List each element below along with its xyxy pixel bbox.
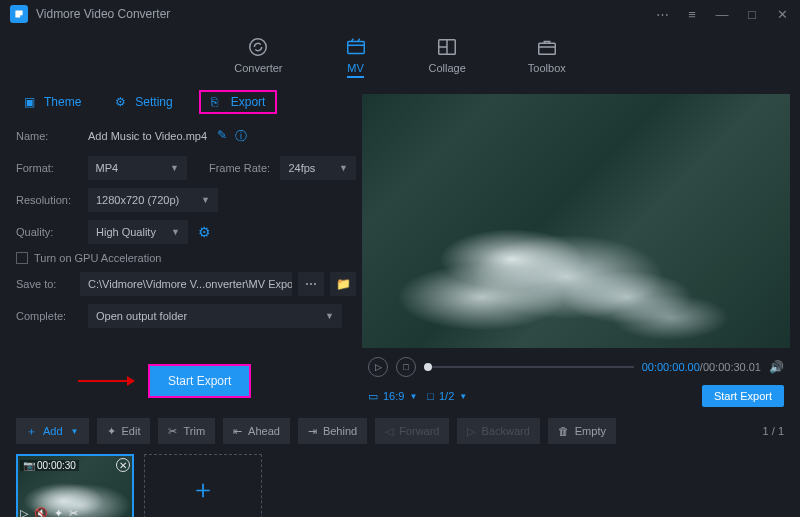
clip-effects-icon[interactable]: ✦ bbox=[54, 507, 63, 517]
feedback-icon[interactable]: ⋯ bbox=[654, 6, 670, 22]
menu-icon[interactable]: ≡ bbox=[684, 6, 700, 22]
setting-icon: ⚙ bbox=[115, 95, 129, 109]
complete-label: Complete: bbox=[16, 310, 88, 322]
add-label: Add bbox=[43, 425, 63, 437]
open-folder-icon[interactable]: 📁 bbox=[330, 272, 356, 296]
time-total: 00:00:30.01 bbox=[703, 361, 761, 373]
stop-button[interactable]: □ bbox=[396, 357, 416, 377]
chevron-down-icon: ▼ bbox=[459, 392, 467, 401]
chevron-down-icon: ▼ bbox=[170, 163, 179, 173]
time-current: 00:00:00.00 bbox=[642, 361, 700, 373]
format-select[interactable]: MP4▼ bbox=[88, 156, 187, 180]
start-export-button-right[interactable]: Start Export bbox=[702, 385, 784, 407]
seek-slider[interactable] bbox=[424, 366, 634, 368]
chevron-down-icon: ▼ bbox=[171, 227, 180, 237]
forward-label: Forward bbox=[399, 425, 439, 437]
chevron-down-icon: ▼ bbox=[71, 427, 79, 436]
window-controls: ⋯ ≡ — □ ✕ bbox=[654, 6, 790, 22]
mv-icon bbox=[345, 36, 367, 58]
svg-rect-3 bbox=[539, 43, 556, 54]
chevron-down-icon: ▼ bbox=[339, 163, 348, 173]
saveto-label: Save to: bbox=[16, 278, 80, 290]
main-nav: Converter MV Collage Toolbox bbox=[0, 28, 800, 88]
close-icon[interactable]: ✕ bbox=[774, 6, 790, 22]
ahead-button[interactable]: ⇤Ahead bbox=[223, 418, 290, 444]
video-preview[interactable] bbox=[362, 94, 790, 348]
add-button[interactable]: ＋Add▼ bbox=[16, 418, 89, 444]
framerate-value: 24fps bbox=[288, 162, 315, 174]
clip-trim-icon[interactable]: ✂ bbox=[69, 507, 78, 517]
nav-toolbox[interactable]: Toolbox bbox=[522, 34, 572, 80]
empty-button[interactable]: 🗑Empty bbox=[548, 418, 616, 444]
toolbox-icon bbox=[536, 36, 558, 58]
chevron-down-icon: ▼ bbox=[325, 311, 334, 321]
nav-mv-label: MV bbox=[347, 62, 364, 78]
clip-thumbnail[interactable]: 📷 00:00:30 ✕ ▷ 🔇 ✦ ✂ bbox=[16, 454, 134, 517]
clip-mute-icon[interactable]: 🔇 bbox=[34, 507, 48, 517]
forward-icon: ◁ bbox=[385, 425, 393, 438]
playbar: ▷ □ 00:00:00.00/00:00:30.01 🔊 bbox=[362, 352, 790, 382]
minimize-icon[interactable]: — bbox=[714, 6, 730, 22]
ahead-icon: ⇤ bbox=[233, 425, 242, 438]
resolution-select[interactable]: 1280x720 (720p)▼ bbox=[88, 188, 218, 212]
quality-value: High Quality bbox=[96, 226, 156, 238]
framerate-select[interactable]: 24fps▼ bbox=[280, 156, 356, 180]
saveto-path[interactable]: C:\Vidmore\Vidmore V...onverter\MV Expor… bbox=[80, 272, 292, 296]
tab-theme[interactable]: ▣Theme bbox=[16, 91, 89, 113]
zoom-value: 1/2 bbox=[439, 390, 454, 402]
svg-point-0 bbox=[250, 39, 267, 56]
behind-icon: ⇥ bbox=[308, 425, 317, 438]
complete-select[interactable]: Open output folder▼ bbox=[88, 304, 342, 328]
nav-converter[interactable]: Converter bbox=[228, 34, 288, 80]
chevron-down-icon: ▼ bbox=[201, 195, 210, 205]
forward-button[interactable]: ◁Forward bbox=[375, 418, 449, 444]
theme-icon: ▣ bbox=[24, 95, 38, 109]
volume-icon[interactable]: 🔊 bbox=[769, 360, 784, 374]
rename-icon[interactable]: ✎ bbox=[217, 128, 227, 145]
remove-clip-icon[interactable]: ✕ bbox=[116, 458, 130, 472]
quality-select[interactable]: High Quality▼ bbox=[88, 220, 188, 244]
clip-duration: 📷 00:00:30 bbox=[20, 460, 79, 471]
name-label: Name: bbox=[16, 130, 88, 142]
aspect-select[interactable]: ▭16:9▼ bbox=[368, 390, 417, 403]
backward-button[interactable]: ▷Backward bbox=[457, 418, 539, 444]
tab-theme-label: Theme bbox=[44, 95, 81, 109]
gpu-checkbox[interactable]: Turn on GPU Acceleration bbox=[16, 252, 356, 264]
resolution-label: Resolution: bbox=[16, 194, 88, 206]
play-button[interactable]: ▷ bbox=[368, 357, 388, 377]
nav-toolbox-label: Toolbox bbox=[528, 62, 566, 74]
nav-mv[interactable]: MV bbox=[339, 34, 373, 80]
behind-button[interactable]: ⇥Behind bbox=[298, 418, 367, 444]
format-label: Format: bbox=[16, 162, 88, 174]
tab-setting-label: Setting bbox=[135, 95, 172, 109]
page-indicator: 1 / 1 bbox=[763, 425, 784, 437]
clip-play-icon[interactable]: ▷ bbox=[20, 507, 28, 517]
tab-setting[interactable]: ⚙Setting bbox=[107, 91, 180, 113]
timeline-panel: ＋Add▼ ✦Edit ✂Trim ⇤Ahead ⇥Behind ◁Forwar… bbox=[0, 410, 800, 517]
tab-export[interactable]: ⎘Export bbox=[199, 90, 278, 114]
trim-label: Trim bbox=[183, 425, 205, 437]
nav-collage[interactable]: Collage bbox=[423, 34, 472, 80]
add-clip-button[interactable]: ＋ bbox=[144, 454, 262, 517]
plus-icon: ＋ bbox=[26, 424, 37, 439]
export-panel: ▣Theme ⚙Setting ⎘Export Name: Add Music … bbox=[0, 88, 356, 410]
edit-button[interactable]: ✦Edit bbox=[97, 418, 151, 444]
quality-settings-icon[interactable]: ⚙ bbox=[198, 224, 211, 240]
trim-button[interactable]: ✂Trim bbox=[158, 418, 215, 444]
nav-converter-label: Converter bbox=[234, 62, 282, 74]
browse-button[interactable]: ⋯ bbox=[298, 272, 324, 296]
edit-icon: ✦ bbox=[107, 425, 116, 438]
maximize-icon[interactable]: □ bbox=[744, 6, 760, 22]
arrow-annotation bbox=[78, 380, 134, 382]
backward-icon: ▷ bbox=[467, 425, 475, 438]
start-export-button[interactable]: Start Export bbox=[148, 364, 251, 398]
zoom-select[interactable]: □1/2▼ bbox=[427, 390, 467, 402]
trash-icon: 🗑 bbox=[558, 425, 569, 437]
quality-label: Quality: bbox=[16, 226, 88, 238]
checkbox-icon bbox=[16, 252, 28, 264]
info-icon[interactable]: ⓘ bbox=[235, 128, 247, 145]
format-value: MP4 bbox=[96, 162, 119, 174]
name-value: Add Music to Video.mp4 bbox=[88, 130, 207, 142]
tab-export-label: Export bbox=[231, 95, 266, 109]
converter-icon bbox=[247, 36, 269, 58]
